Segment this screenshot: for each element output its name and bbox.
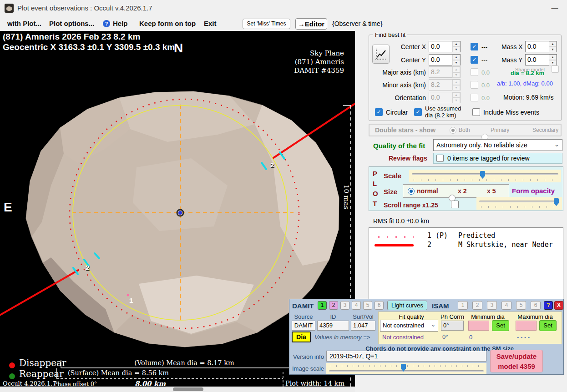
ph-corrn-value-box[interactable]: 0° [441, 321, 464, 331]
major-axis-spinner: 8.2▲▼ [429, 66, 461, 78]
reappear-dot [9, 373, 15, 379]
scale-slider-thumb[interactable] [480, 171, 485, 179]
surfvol-column-header: Surf/Vol [351, 313, 375, 320]
legend-row-name: Predicted [458, 231, 495, 240]
app-icon [5, 4, 14, 13]
center-x-spinner[interactable]: 0.0▲▼ [429, 41, 461, 52]
mass-x-spinner[interactable]: 0.0▲▼ [525, 41, 557, 52]
image-scale-slider[interactable] [326, 363, 486, 374]
fit-quality-dropdown[interactable]: Not constrained ⌄ [380, 320, 438, 332]
source-value-box: DAMIT [292, 321, 315, 331]
plot-width-label: Plot width: 14 km [278, 380, 351, 387]
id-value-box[interactable]: 4359 [317, 321, 349, 331]
damit-model-6-button[interactable]: 6 [375, 301, 384, 310]
form-opacity-slider-thumb[interactable] [554, 198, 559, 206]
damit-label: DAMIT [292, 302, 314, 310]
horizontal-scrollbar[interactable] [0, 387, 355, 392]
disappear-dot [9, 362, 15, 368]
review-flags-checkbox[interactable] [436, 155, 444, 162]
include-miss-checkbox[interactable] [472, 108, 480, 116]
menu-exit[interactable]: Exit [204, 20, 217, 27]
menu-plot-options[interactable]: Plot options... [49, 20, 94, 27]
find-best-fit-button[interactable] [372, 45, 390, 64]
menu-keep-on-top[interactable]: Keep form on top [139, 20, 196, 27]
dropdown-chevron-icon: ⌄ [431, 322, 435, 328]
damit-model-5-button[interactable]: 5 [363, 301, 372, 310]
circular-checkbox[interactable] [375, 108, 383, 116]
damit-model-1-button[interactable]: 1 [318, 301, 327, 310]
center-y-checkbox[interactable] [471, 56, 478, 64]
isam-model-6-button[interactable]: 6 [531, 301, 541, 310]
plot-letter-t: T [373, 200, 377, 207]
isam-model-5-button[interactable]: 5 [516, 301, 526, 310]
double-stars-label: Double stars - show [375, 126, 435, 134]
damit-close-button[interactable]: X [554, 301, 563, 310]
mass-y-spinner[interactable]: 0.0▲▼ [525, 54, 557, 65]
set-max-dia-button[interactable]: Set [539, 320, 557, 331]
legend-row[interactable]: 1 (P) Predicted [369, 231, 563, 241]
orientation-checkbox[interactable] [471, 94, 478, 101]
damit-help-button[interactable]: ? [544, 301, 553, 310]
minimize-button[interactable]: — [548, 4, 562, 13]
version-info-field[interactable]: 2019-05-07, Q=1 [326, 351, 486, 362]
scroll-range-label: Scroll range x1.25 [384, 201, 438, 209]
plot-title-line2: Geocentric X 3163.3 ±0.1 Y 3309.5 ±0.3 k… [3, 42, 175, 52]
memory-fit-quality: Not constrained [382, 334, 424, 341]
major-axis-label: Major axis (km) [379, 69, 426, 76]
damit-model-4-button[interactable]: 4 [352, 301, 361, 310]
double-stars-both-label: Both [459, 127, 470, 133]
damit-model-2-button[interactable]: 2 [329, 301, 338, 310]
size-x2-label: x 2 [458, 187, 466, 195]
surfvol-value-box: 1.047 [351, 321, 375, 331]
scrollbar-thumb[interactable] [173, 387, 203, 391]
isam-model-4-button[interactable]: 4 [501, 301, 511, 310]
center-y-spinner[interactable]: 0.0▲▼ [429, 54, 461, 65]
max-dia-field[interactable] [516, 321, 537, 331]
menu-help[interactable]: Help [113, 20, 128, 27]
observation-legend-list[interactable]: 1 (P) Predicted 2 M Skrutskie, near Nede… [369, 227, 563, 301]
center-x-checkbox[interactable] [471, 43, 478, 50]
menu-with-plot[interactable]: with Plot... [7, 20, 41, 27]
center-y-dash-label: --- [481, 57, 487, 64]
id-column-header: ID [317, 313, 349, 320]
plot-letter-o: O [373, 190, 378, 197]
isam-model-3-button[interactable]: 3 [487, 301, 497, 310]
isam-model-1-button[interactable]: 1 [458, 301, 468, 310]
size-normal-radio[interactable] [408, 188, 415, 195]
fit-quality-column-header: Fit quality [383, 313, 440, 320]
light-curves-button[interactable]: Light curves [387, 301, 427, 310]
editor-button[interactable]: →Editor [295, 18, 327, 30]
damit-model-3-button[interactable]: 3 [340, 301, 349, 310]
major-axis-checkbox[interactable] [471, 68, 478, 76]
surface-mean-label: (Surface) Mean dia = 8.56 km [50, 369, 187, 377]
legend-row[interactable]: 2 M Skrutskie, near Neder [369, 241, 563, 250]
review-flags-text: 0 items are tagged for review [447, 155, 530, 162]
review-flags-box: 0 items are tagged for review [433, 153, 562, 164]
predicted-dot-1 [127, 294, 129, 297]
plot-letter-p: P [373, 170, 377, 177]
observer-time-label: {Observer & time} [332, 20, 383, 27]
double-stars-both-radio[interactable] [450, 127, 456, 134]
scroll-range-checkbox[interactable] [451, 201, 459, 208]
set-miss-times-button[interactable]: Set 'Miss' Times [243, 19, 290, 29]
save-update-model-button[interactable]: Save/updatemodel 4359 [490, 350, 543, 372]
quality-fit-value: Astrometry only. No reliable size [436, 141, 527, 149]
scale-slider[interactable] [409, 170, 561, 182]
orientation-label: Orientation [379, 94, 426, 101]
legend-row-name: M Skrutskie, near Neder [458, 241, 553, 249]
values-in-memory-label: Values in memory => [314, 334, 370, 341]
dia-button[interactable]: Dia [292, 332, 311, 342]
set-min-dia-button[interactable]: Set [492, 320, 509, 331]
sky-plane-caption: Sky Plane (871) Amneris DAMIT #4359 [294, 49, 344, 75]
quality-fit-dropdown[interactable]: Astrometry only. No reliable size ⌄ [433, 139, 562, 151]
form-opacity-label: Form opacity [512, 187, 555, 195]
north-label: N [174, 41, 183, 55]
form-opacity-slider[interactable] [476, 197, 562, 210]
min-dia-field[interactable] [468, 321, 489, 331]
minor-axis-checkbox[interactable] [471, 81, 478, 89]
shape-model-checkbox[interactable] [552, 65, 559, 73]
isam-model-2-button[interactable]: 2 [472, 301, 482, 310]
use-assumed-checkbox[interactable] [414, 108, 422, 116]
mas-scale-label: 10 mas [342, 185, 350, 210]
app-window: Plot event observations : Occult v.4.202… [0, 0, 567, 392]
